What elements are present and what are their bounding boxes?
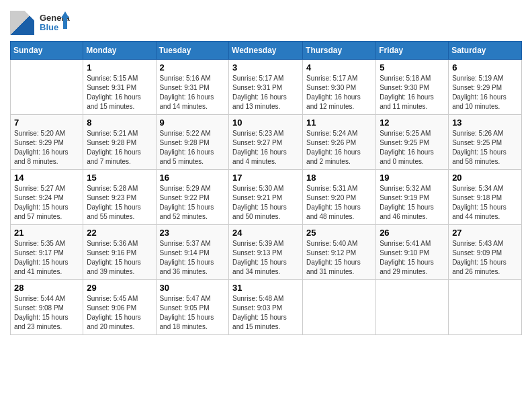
svg-text:Blue: Blue (40, 22, 58, 32)
calendar-cell: 24 Sunrise: 5:39 AMSunset: 9:13 PMDaylig… (229, 225, 303, 280)
day-number: 3 (232, 62, 299, 73)
col-thursday: Thursday (303, 42, 376, 60)
calendar-cell: 31 Sunrise: 5:48 AMSunset: 9:03 PMDaylig… (229, 280, 303, 335)
day-number: 20 (452, 173, 518, 183)
calendar-cell: 30 Sunrise: 5:47 AMSunset: 9:05 PMDaylig… (156, 280, 229, 335)
calendar-cell: 16 Sunrise: 5:29 AMSunset: 9:22 PMDaylig… (156, 170, 229, 225)
calendar-cell: 1 Sunrise: 5:15 AMSunset: 9:31 PMDayligh… (83, 60, 156, 115)
calendar-cell: 26 Sunrise: 5:41 AMSunset: 9:10 PMDaylig… (376, 225, 449, 280)
day-info: Sunrise: 5:43 AMSunset: 9:09 PMDaylight:… (452, 239, 518, 277)
day-number: 15 (87, 173, 152, 183)
calendar-cell: 15 Sunrise: 5:28 AMSunset: 9:23 PMDaylig… (83, 170, 156, 225)
day-number: 17 (232, 173, 299, 183)
day-number: 2 (160, 62, 226, 73)
calendar-cell: 4 Sunrise: 5:17 AMSunset: 9:30 PMDayligh… (303, 60, 376, 115)
calendar-cell: 3 Sunrise: 5:17 AMSunset: 9:31 PMDayligh… (229, 60, 303, 115)
day-number: 16 (160, 173, 226, 183)
day-number: 10 (232, 118, 299, 128)
day-info: Sunrise: 5:41 AMSunset: 9:10 PMDaylight:… (380, 239, 445, 277)
calendar-cell: 18 Sunrise: 5:31 AMSunset: 9:20 PMDaylig… (303, 170, 376, 225)
calendar-cell: 29 Sunrise: 5:45 AMSunset: 9:06 PMDaylig… (83, 280, 156, 335)
col-monday: Monday (83, 42, 156, 60)
day-info: Sunrise: 5:19 AMSunset: 9:29 PMDaylight:… (452, 74, 518, 111)
day-number: 6 (452, 62, 518, 73)
day-info: Sunrise: 5:17 AMSunset: 9:31 PMDaylight:… (232, 74, 299, 111)
day-number: 23 (160, 228, 226, 238)
calendar-cell: 10 Sunrise: 5:23 AMSunset: 9:27 PMDaylig… (229, 115, 303, 170)
day-info: Sunrise: 5:48 AMSunset: 9:03 PMDaylight:… (232, 294, 299, 332)
day-number: 25 (306, 228, 372, 238)
day-number: 9 (160, 118, 226, 128)
day-info: Sunrise: 5:40 AMSunset: 9:12 PMDaylight:… (306, 239, 372, 277)
day-number: 19 (380, 173, 445, 183)
day-number: 27 (452, 228, 518, 238)
calendar-cell: 22 Sunrise: 5:36 AMSunset: 9:16 PMDaylig… (83, 225, 156, 280)
day-number: 1 (87, 62, 152, 73)
calendar-cell (376, 280, 449, 335)
day-number: 12 (380, 118, 445, 128)
day-number: 7 (14, 118, 79, 128)
week-row-4: 28 Sunrise: 5:44 AMSunset: 9:08 PMDaylig… (11, 280, 522, 335)
week-row-1: 7 Sunrise: 5:20 AMSunset: 9:29 PMDayligh… (11, 115, 522, 170)
day-number: 24 (232, 228, 299, 238)
calendar-cell (11, 60, 83, 115)
day-info: Sunrise: 5:31 AMSunset: 9:20 PMDaylight:… (306, 184, 372, 222)
week-row-0: 1 Sunrise: 5:15 AMSunset: 9:31 PMDayligh… (11, 60, 522, 115)
week-row-3: 21 Sunrise: 5:35 AMSunset: 9:17 PMDaylig… (11, 225, 522, 280)
calendar-cell: 9 Sunrise: 5:22 AMSunset: 9:28 PMDayligh… (156, 115, 229, 170)
day-info: Sunrise: 5:16 AMSunset: 9:31 PMDaylight:… (160, 74, 226, 111)
day-info: Sunrise: 5:35 AMSunset: 9:17 PMDaylight:… (14, 239, 79, 277)
day-number: 29 (87, 283, 152, 293)
day-info: Sunrise: 5:15 AMSunset: 9:31 PMDaylight:… (87, 74, 152, 111)
calendar-cell: 7 Sunrise: 5:20 AMSunset: 9:29 PMDayligh… (11, 115, 83, 170)
logo-svg: General Blue (40, 10, 70, 36)
day-info: Sunrise: 5:26 AMSunset: 9:25 PMDaylight:… (452, 129, 518, 167)
col-tuesday: Tuesday (156, 42, 229, 60)
day-number: 31 (232, 283, 299, 293)
day-number: 14 (14, 173, 79, 183)
day-number: 8 (87, 118, 152, 128)
day-info: Sunrise: 5:39 AMSunset: 9:13 PMDaylight:… (232, 239, 299, 277)
day-info: Sunrise: 5:37 AMSunset: 9:14 PMDaylight:… (160, 239, 226, 277)
calendar-cell: 17 Sunrise: 5:30 AMSunset: 9:21 PMDaylig… (229, 170, 303, 225)
day-number: 26 (380, 228, 445, 238)
day-info: Sunrise: 5:20 AMSunset: 9:29 PMDaylight:… (14, 129, 79, 167)
day-info: Sunrise: 5:28 AMSunset: 9:23 PMDaylight:… (87, 184, 152, 222)
calendar-cell: 27 Sunrise: 5:43 AMSunset: 9:09 PMDaylig… (449, 225, 522, 280)
calendar-cell: 28 Sunrise: 5:44 AMSunset: 9:08 PMDaylig… (11, 280, 83, 335)
day-info: Sunrise: 5:36 AMSunset: 9:16 PMDaylight:… (87, 239, 152, 277)
header-row: SundayMondayTuesdayWednesdayThursdayFrid… (11, 42, 522, 60)
day-info: Sunrise: 5:45 AMSunset: 9:06 PMDaylight:… (87, 294, 152, 332)
col-wednesday: Wednesday (229, 42, 303, 60)
day-number: 18 (306, 173, 372, 183)
day-info: Sunrise: 5:23 AMSunset: 9:27 PMDaylight:… (232, 129, 299, 167)
day-info: Sunrise: 5:30 AMSunset: 9:21 PMDaylight:… (232, 184, 299, 222)
day-info: Sunrise: 5:17 AMSunset: 9:30 PMDaylight:… (306, 74, 372, 111)
day-number: 4 (306, 62, 372, 73)
calendar-cell (303, 280, 376, 335)
col-friday: Friday (376, 42, 449, 60)
calendar-cell: 14 Sunrise: 5:27 AMSunset: 9:24 PMDaylig… (11, 170, 83, 225)
day-info: Sunrise: 5:24 AMSunset: 9:26 PMDaylight:… (306, 129, 372, 167)
calendar-cell: 8 Sunrise: 5:21 AMSunset: 9:28 PMDayligh… (83, 115, 156, 170)
calendar-cell: 12 Sunrise: 5:25 AMSunset: 9:25 PMDaylig… (376, 115, 449, 170)
day-number: 5 (380, 62, 445, 73)
day-number: 28 (14, 283, 79, 293)
calendar-cell: 19 Sunrise: 5:32 AMSunset: 9:19 PMDaylig… (376, 170, 449, 225)
calendar-cell: 20 Sunrise: 5:34 AMSunset: 9:18 PMDaylig… (449, 170, 522, 225)
day-info: Sunrise: 5:18 AMSunset: 9:30 PMDaylight:… (380, 74, 445, 111)
day-number: 21 (14, 228, 79, 238)
calendar-cell: 5 Sunrise: 5:18 AMSunset: 9:30 PMDayligh… (376, 60, 449, 115)
calendar-cell: 11 Sunrise: 5:24 AMSunset: 9:26 PMDaylig… (303, 115, 376, 170)
calendar-cell (449, 280, 522, 335)
day-info: Sunrise: 5:27 AMSunset: 9:24 PMDaylight:… (14, 184, 79, 222)
week-row-2: 14 Sunrise: 5:27 AMSunset: 9:24 PMDaylig… (11, 170, 522, 225)
day-number: 22 (87, 228, 152, 238)
col-sunday: Sunday (11, 42, 83, 60)
day-info: Sunrise: 5:47 AMSunset: 9:05 PMDaylight:… (160, 294, 226, 332)
day-info: Sunrise: 5:44 AMSunset: 9:08 PMDaylight:… (14, 294, 79, 332)
calendar-cell: 6 Sunrise: 5:19 AMSunset: 9:29 PMDayligh… (449, 60, 522, 115)
col-saturday: Saturday (449, 42, 522, 60)
calendar-cell: 25 Sunrise: 5:40 AMSunset: 9:12 PMDaylig… (303, 225, 376, 280)
day-info: Sunrise: 5:29 AMSunset: 9:22 PMDaylight:… (160, 184, 226, 222)
